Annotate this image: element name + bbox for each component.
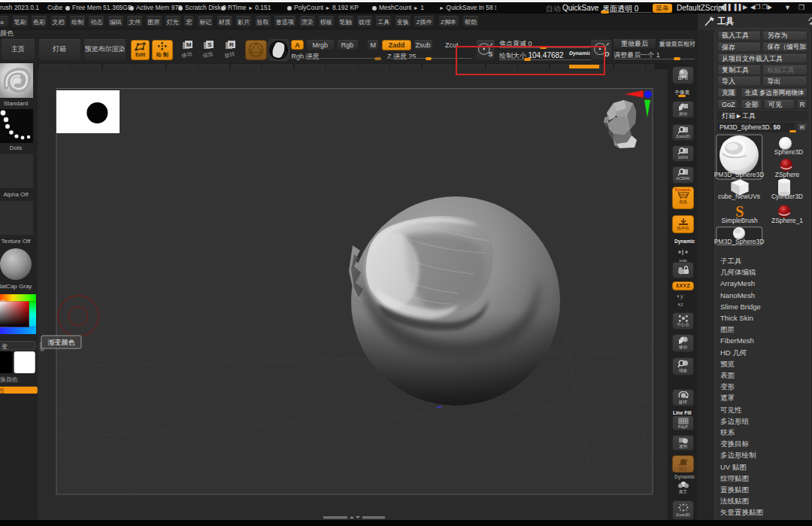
svg-text:Texture Off: Texture Off (2, 238, 32, 245)
svg-text:R: R (229, 41, 234, 48)
svg-text:ZSphere_1: ZSphere_1 (771, 217, 803, 224)
svg-text:PM3D_Sphere3D: PM3D_Sphere3D (714, 238, 764, 245)
svg-text:latCap Gray: latCap Gray (0, 283, 32, 290)
svg-text:档: 档 (0, 388, 4, 394)
svg-text:Alpha Off: Alpha Off (3, 191, 29, 198)
svg-text:Dots: Dots (10, 144, 22, 151)
svg-text:SimpleBrush: SimpleBrush (722, 217, 758, 224)
svg-text:缩放: 缩放 (202, 50, 214, 59)
svg-text:Cylinder3D: Cylinder3D (771, 193, 803, 200)
svg-text:S: S (208, 41, 212, 48)
svg-text:Standard: Standard (4, 100, 28, 107)
svg-text:移动: 移动 (181, 50, 193, 59)
svg-text:cube_NewUVs: cube_NewUVs (718, 193, 760, 200)
svg-text:切换颜色: 切换颜色 (0, 376, 18, 383)
svg-text:PM3D_Sphere3D: PM3D_Sphere3D (714, 171, 764, 178)
svg-text:变: 变 (2, 343, 8, 350)
svg-text:渐变颜色: 渐变颜色 (48, 339, 76, 346)
svg-text:Sphere3D: Sphere3D (774, 148, 803, 156)
svg-text:旋转: 旋转 (224, 50, 236, 59)
svg-text:M: M (186, 41, 192, 48)
svg-text:ZSphere: ZSphere (775, 171, 800, 178)
